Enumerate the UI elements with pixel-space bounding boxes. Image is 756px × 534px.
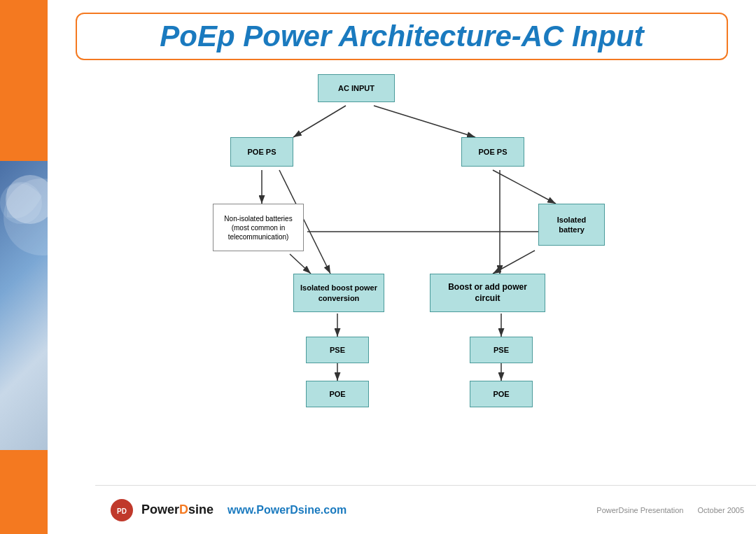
- company-logo-icon: PD: [109, 498, 134, 523]
- footer-logo-area: PD PowerDsine www.PowerDsine.com: [95, 498, 346, 523]
- page-title: PoEp Power Architecture-AC Input: [160, 20, 644, 52]
- company-logo-text: PowerDsine: [141, 503, 214, 517]
- sidebar-image: [0, 161, 48, 450]
- poe-left-box: POE: [306, 381, 369, 407]
- svg-line-5: [374, 106, 475, 137]
- footer-date: October 2005: [697, 506, 744, 514]
- title-box: PoEp Power Architecture-AC Input: [76, 13, 728, 60]
- presentation-label: PowerDsine Presentation: [596, 506, 683, 514]
- footer-right: PowerDsine Presentation October 2005 Pag…: [596, 506, 756, 514]
- sidebar-orange-top: [0, 0, 48, 161]
- isolated-boost-box: Isolated boost power conversion: [293, 274, 384, 312]
- main-content: PoEp Power Architecture-AC Input: [48, 0, 756, 534]
- svg-line-9: [493, 170, 556, 204]
- sidebar: [0, 0, 48, 534]
- svg-point-1: [0, 182, 42, 224]
- diagram: AC INPUT POE PS POE PS Non-isolated batt…: [157, 67, 647, 417]
- sidebar-orange-bottom: [0, 450, 48, 534]
- non-isolated-box: Non-isolated batteries (most common in t…: [213, 204, 304, 251]
- pse-left-box: PSE: [306, 337, 369, 363]
- footer: PD PowerDsine www.PowerDsine.com PowerDs…: [95, 485, 756, 534]
- svg-text:PD: PD: [117, 507, 127, 515]
- isolated-battery-box: Isolated battery: [538, 204, 605, 246]
- pse-right-box: PSE: [470, 337, 533, 363]
- svg-line-10: [493, 251, 535, 274]
- ac-input-box: AC INPUT: [318, 74, 395, 102]
- footer-url: www.PowerDsine.com: [227, 504, 346, 517]
- svg-line-4: [293, 106, 346, 137]
- poe-ps-right-box: POE PS: [461, 137, 524, 167]
- svg-line-7: [290, 254, 311, 274]
- boost-add-box: Boost or add power circuit: [430, 274, 545, 312]
- poe-right-box: POE: [470, 381, 533, 407]
- poe-ps-left-box: POE PS: [230, 137, 293, 167]
